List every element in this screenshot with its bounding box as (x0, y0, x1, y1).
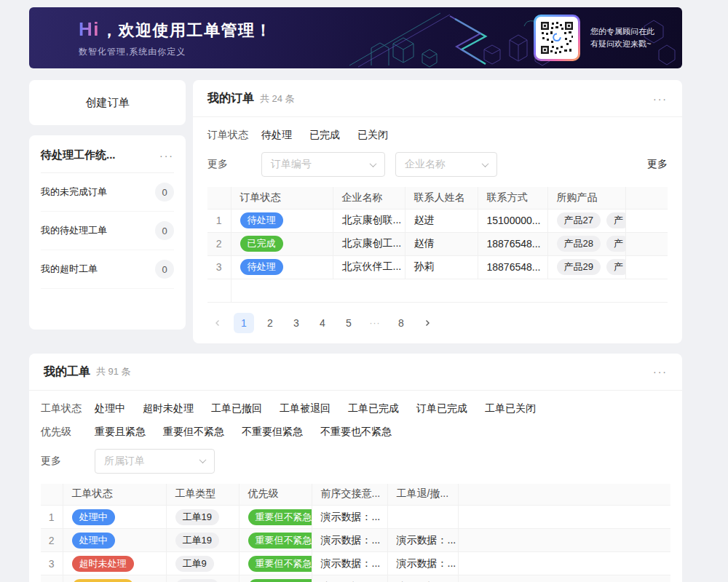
priority-badge: 重要但不紧急 (248, 533, 312, 549)
filter-option-important-not-urgent[interactable]: 重要但不紧急 (163, 426, 224, 439)
priority-badge: 重要但不紧急 (248, 579, 312, 582)
tickets-table-header: 工单状态 工单类型 优先级 前序交接意... 工单退/撤... (41, 484, 670, 506)
pending-stats-card: 待处理工作统... ··· 我的未完成订单 0 我的待处理工单 0 我的超时工单… (29, 135, 186, 330)
priority-badge: 重要但不紧急 (248, 509, 312, 525)
status-badge: 待处理 (240, 259, 283, 275)
order-row[interactable]: 2 已完成 北京康创工... 赵倩 18876548... 产品28产 (207, 232, 668, 255)
status-badge: 处理中 (72, 509, 115, 525)
stat-unfinished-orders[interactable]: 我的未完成订单 0 (41, 173, 174, 212)
chevron-down-icon (370, 160, 377, 167)
product-tag: 产 (606, 259, 625, 275)
ticket-type-tag: 工单19 (175, 509, 219, 525)
ticket-type-tag: 工单9 (175, 556, 214, 572)
filter-option-completed[interactable]: 已完成 (309, 129, 340, 142)
more-dots-icon[interactable]: ··· (653, 366, 668, 378)
stat-label: 我的超时工单 (41, 263, 98, 276)
tickets-panel-title: 我的工单 (44, 364, 90, 380)
page-button-1[interactable]: 1 (234, 313, 254, 333)
ticket-row[interactable]: 3 超时未处理 工单9 重要但不紧急 演示数据：... 演示数据：... (41, 552, 670, 575)
ticket-row[interactable]: 1 处理中 工单19 重要但不紧急 演示数据：... (41, 506, 670, 529)
filter-option-not-important-urgent[interactable]: 不重要但紧急 (242, 426, 303, 439)
order-row[interactable]: 1 待处理 北京康创联... 赵进 15100000... 产品27产 (207, 209, 668, 232)
banner-subtitle: 数智化管理,系统由你定义 (79, 46, 534, 58)
stat-overdue-tickets[interactable]: 我的超时工单 0 (41, 250, 174, 289)
welcome-banner: Hi，欢迎使用工单管理！ 数智化管理,系统由你定义 (29, 7, 682, 68)
ticket-status-filter-label: 工单状态 (41, 402, 95, 415)
empty-row (207, 279, 668, 302)
stats-card-title: 待处理工作统... (41, 148, 116, 162)
qr-caption: 您的专属顾问在此 有疑问欢迎来戳~ (590, 25, 654, 50)
product-tag: 产 (606, 212, 625, 228)
status-badge: 超时未处理 (72, 556, 134, 572)
priority-filter-label: 优先级 (41, 426, 95, 439)
page-button-2[interactable]: 2 (260, 313, 280, 333)
page-button-4[interactable]: 4 (312, 313, 333, 333)
qr-caption-line1: 您的专属顾问在此 (590, 25, 654, 38)
parent-order-select[interactable]: 所属订单 (95, 449, 215, 474)
order-number-select[interactable]: 订单编号 (261, 152, 385, 177)
count-badge: 0 (155, 183, 174, 202)
filter-option-ticket-closed[interactable]: 工单已关闭 (485, 402, 536, 415)
more-dots-icon[interactable]: ··· (653, 93, 668, 105)
orders-more-link[interactable]: 更多 (647, 158, 668, 171)
tickets-panel: 我的工单 共 91 条 ··· 工单状态 处理中 超时未处理 工单已撤回 工单被… (29, 354, 682, 582)
count-badge: 0 (155, 221, 174, 240)
priority-badge: 重要但不紧急 (248, 556, 312, 572)
tickets-count: 共 91 条 (96, 365, 131, 378)
more-filter-label: 更多 (41, 455, 95, 468)
company-name-select[interactable]: 企业名称 (395, 152, 497, 177)
count-badge: 0 (155, 260, 174, 279)
product-tag: 产 (606, 236, 625, 252)
orders-panel: 我的订单 共 24 条 ··· 订单状态 待处理 已完成 已关闭 更多 (193, 80, 682, 343)
status-badge: 工单已撤回 (72, 579, 134, 582)
qr-pattern-icon (540, 21, 574, 55)
status-badge: 待处理 (240, 212, 283, 228)
prev-page-button[interactable] (207, 313, 228, 333)
stat-label: 我的待处理工单 (41, 224, 107, 237)
banner-title: Hi，欢迎使用工单管理！ (79, 18, 534, 41)
order-status-filter-label: 订单状态 (207, 129, 261, 142)
filter-option-overdue[interactable]: 超时未处理 (143, 402, 194, 415)
product-tag: 产品29 (557, 259, 601, 275)
tickets-table: 工单状态 工单类型 优先级 前序交接意... 工单退/撤... 1 (41, 484, 670, 582)
product-tag: 产品28 (557, 236, 601, 252)
more-filter-label: 更多 (207, 158, 261, 171)
filter-option-returned[interactable]: 工单被退回 (280, 402, 331, 415)
filter-option-pending[interactable]: 待处理 (261, 129, 292, 142)
status-badge: 已完成 (240, 236, 283, 252)
stat-pending-tickets[interactable]: 我的待处理工单 0 (41, 212, 174, 250)
page: Hi，欢迎使用工单管理！ 数智化管理,系统由你定义 (0, 0, 682, 582)
filter-option-withdrawn[interactable]: 工单已撤回 (211, 402, 262, 415)
ticket-row[interactable]: 2 处理中 工单19 重要但不紧急 演示数据：... 演示数据：... (41, 529, 670, 552)
create-order-button[interactable]: 创建订单 (29, 80, 186, 125)
page-button-3[interactable]: 3 (286, 313, 306, 333)
status-badge: 处理中 (72, 533, 115, 549)
page-button-5[interactable]: 5 (339, 313, 359, 333)
banner-greeting: ，欢迎使用工单管理！ (101, 21, 272, 39)
page-button-last[interactable]: 8 (391, 313, 411, 333)
ticket-row[interactable]: 4 工单已撤回 工单16 重要但不紧急 演示数据：... 演示数据：... (41, 575, 670, 582)
qr-code (534, 15, 580, 61)
qr-caption-line2: 有疑问欢迎来戳~ (590, 38, 654, 50)
page-ellipsis-button[interactable]: ··· (365, 313, 385, 333)
filter-option-not-important-not-urgent[interactable]: 不重要也不紧急 (320, 426, 392, 439)
orders-count: 共 24 条 (260, 92, 295, 105)
filter-option-order-done[interactable]: 订单已完成 (416, 402, 467, 415)
banner-hi: Hi (79, 18, 100, 40)
pagination: 1 2 3 4 5 ··· 8 (207, 303, 668, 333)
order-row[interactable]: 3 待处理 北京伙伴工... 孙莉 18876548... 产品29产 (207, 255, 668, 279)
filter-option-closed[interactable]: 已关闭 (357, 129, 388, 142)
orders-table-header: 订单状态 企业名称 联系人姓名 联系方式 所购产品 (207, 187, 668, 209)
chevron-down-icon (482, 160, 489, 167)
create-order-label: 创建订单 (86, 96, 130, 110)
ticket-type-tag: 工单19 (175, 533, 219, 549)
stat-label: 我的未完成订单 (41, 186, 107, 199)
next-page-button[interactable] (417, 313, 438, 333)
filter-option-ticket-done[interactable]: 工单已完成 (348, 402, 399, 415)
product-tag: 产品27 (557, 212, 601, 228)
orders-panel-title: 我的订单 (207, 91, 254, 106)
filter-option-important-urgent[interactable]: 重要且紧急 (95, 426, 146, 439)
more-dots-icon[interactable]: ··· (159, 150, 174, 162)
filter-option-processing[interactable]: 处理中 (95, 402, 125, 415)
chevron-down-icon (199, 456, 207, 463)
